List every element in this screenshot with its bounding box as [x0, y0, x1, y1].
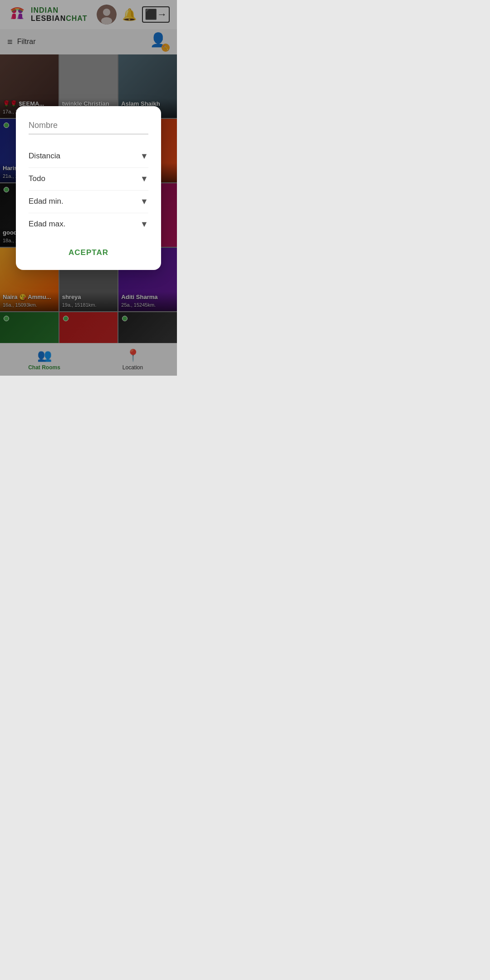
dropdown-distance[interactable]: Distancia▼	[29, 145, 148, 168]
dropdown-edad-max-label: Edad max.	[29, 220, 65, 229]
dropdown-edad-min[interactable]: Edad min.▼	[29, 191, 148, 213]
dropdown-edad-max[interactable]: Edad max.▼	[29, 213, 148, 235]
dropdown-distance-label: Distancia	[29, 152, 60, 161]
dropdown-todo[interactable]: Todo▼	[29, 168, 148, 191]
dropdown-distance-arrow-icon: ▼	[140, 152, 148, 161]
dropdown-edad-max-arrow-icon: ▼	[140, 220, 148, 229]
dropdown-edad-min-label: Edad min.	[29, 197, 64, 206]
accept-button[interactable]: ACEPTAR	[29, 245, 148, 261]
nombre-input[interactable]	[29, 119, 148, 134]
filter-modal-overlay: Distancia▼Todo▼Edad min.▼Edad max.▼ ACEP…	[0, 0, 177, 376]
filter-modal: Distancia▼Todo▼Edad min.▼Edad max.▼ ACEP…	[16, 106, 161, 270]
dropdown-edad-min-arrow-icon: ▼	[140, 197, 148, 206]
dropdown-todo-arrow-icon: ▼	[140, 174, 148, 184]
dropdown-todo-label: Todo	[29, 174, 45, 183]
